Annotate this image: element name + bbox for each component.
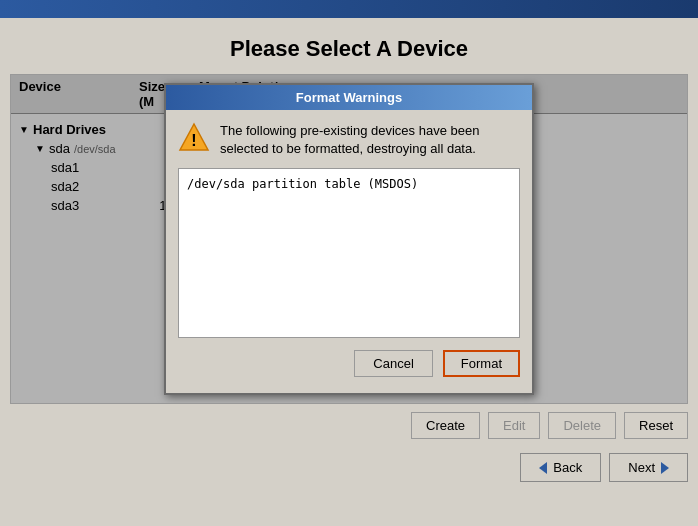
modal-buttons: Cancel Format [178,350,520,381]
svg-text:!: ! [191,132,196,149]
bottom-toolbar: Create Edit Delete Reset [0,404,698,447]
nav-row: Back Next [0,447,698,488]
next-label: Next [628,460,655,475]
next-arrow-icon [661,462,669,474]
back-button[interactable]: Back [520,453,601,482]
format-warnings-modal: Format Warnings ! The following pre-exis… [164,83,534,395]
main-content: Device Size(M Mount Point/ ▼ Hard Drives… [10,74,688,404]
cancel-button[interactable]: Cancel [354,350,432,377]
next-button[interactable]: Next [609,453,688,482]
reset-button[interactable]: Reset [624,412,688,439]
modal-overlay: Format Warnings ! The following pre-exis… [11,75,687,403]
page-title: Please Select A Device [0,18,698,74]
modal-titlebar: Format Warnings [166,85,532,110]
modal-content-line: /dev/sda partition table (MSDOS) [187,177,418,191]
edit-button[interactable]: Edit [488,412,540,439]
back-label: Back [553,460,582,475]
top-bar [0,0,698,18]
modal-message: The following pre-existing devices have … [220,122,520,158]
create-button[interactable]: Create [411,412,480,439]
modal-body: ! The following pre-existing devices hav… [166,110,532,393]
modal-warning-row: ! The following pre-existing devices hav… [178,122,520,158]
format-button[interactable]: Format [443,350,520,377]
modal-text-area: /dev/sda partition table (MSDOS) [178,168,520,338]
back-arrow-icon [539,462,547,474]
warning-icon: ! [178,122,210,154]
delete-button[interactable]: Delete [548,412,616,439]
